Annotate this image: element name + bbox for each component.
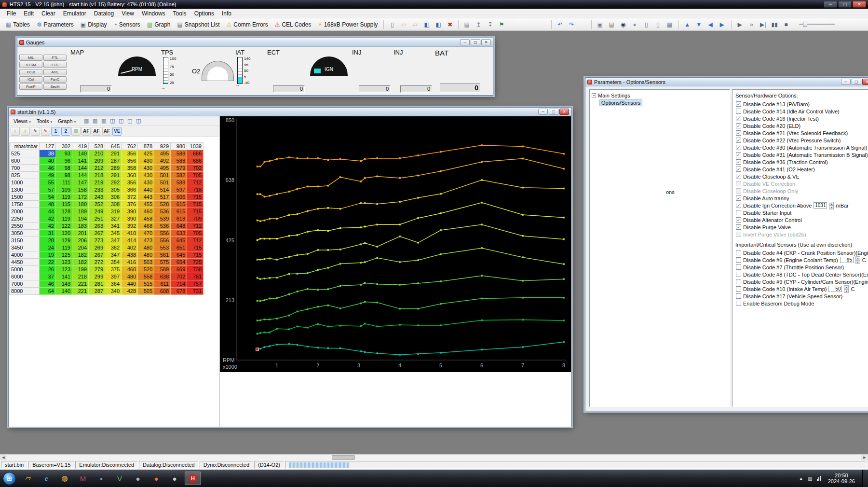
doc1-button[interactable]: ▯ [641,20,651,29]
fuel-cell[interactable]: 98 [56,165,72,172]
fuel-cell[interactable]: 273 [89,237,105,244]
row-header-1000[interactable]: 1000 [10,179,40,186]
fuel-cell[interactable]: 514 [154,186,171,194]
fuel-cell[interactable]: 678 [171,288,187,295]
fuel-cell[interactable]: 503 [138,259,154,266]
flag-mil[interactable]: MIL [19,55,42,61]
fast-forward-button[interactable]: » [746,20,757,29]
fuel-cell[interactable]: 299 [89,273,105,280]
column-header-762[interactable]: 762 [122,143,138,150]
fuel-cell[interactable]: 123 [56,259,72,266]
fuel-cell[interactable]: 558 [138,273,154,280]
fuel-cell[interactable]: 615 [171,208,187,215]
flag-fuelp[interactable]: FuelP [19,83,42,90]
gauges-maximize-button[interactable]: ▢ [471,39,480,45]
fuel-cell[interactable]: 143 [56,280,72,288]
fuel-cell[interactable]: 356 [122,157,138,165]
column-header-419[interactable]: 419 [72,143,89,150]
copy-button[interactable]: ▣ [595,20,605,29]
down-arrow-button[interactable]: ▼ [693,20,704,29]
fuel-cell[interactable]: 480 [138,251,154,259]
startbin-menu-graph[interactable]: Graph ▾ [55,117,79,125]
row-header-700[interactable]: 700 [10,165,40,172]
fuel-cell[interactable]: 347 [105,251,122,259]
network-icon[interactable] [817,476,821,481]
sensor-checkbox-4[interactable]: ✓ [736,123,741,128]
fuel-cell[interactable]: 128 [56,208,72,215]
save-all-button[interactable]: ◧ [433,20,444,29]
folder-button[interactable]: ▱ [410,20,420,29]
fuel-cell[interactable]: 37 [40,273,56,280]
fuel-cell[interactable]: 520 [138,266,154,273]
toolbar-slider[interactable] [799,24,835,25]
fuel-cell[interactable]: 715 [187,201,203,208]
row-header-3050[interactable]: 3050 [10,230,40,237]
sensor-checkbox-11[interactable]: ✓ [736,174,741,179]
menu-edit[interactable]: Edit [20,9,38,18]
fuel-cell[interactable]: 705 [187,230,203,237]
paste-button[interactable]: ▤ [606,20,617,29]
fuel-cell[interactable]: 119 [56,215,72,223]
fuel-cell[interactable]: 144 [72,172,89,179]
main-minimize-button[interactable]: ─ [824,1,837,8]
sensor-checkbox-17[interactable]: ✓ [736,217,741,223]
fuel-cell[interactable]: 505 [138,288,154,295]
menu-clear[interactable]: Clear [38,9,59,18]
flag-antl[interactable]: AntL [43,69,67,75]
parameters-maximize-button[interactable]: ▢ [852,79,861,85]
startbin-menu-views[interactable]: Views ▾ [11,117,34,125]
fuel-cell[interactable]: 57 [40,186,56,194]
sensor-checkbox-18[interactable]: ✓ [736,224,741,230]
fuel-cell[interactable]: 561 [154,251,171,259]
record-button[interactable]: ● [629,20,640,29]
fuel-cell[interactable]: 64 [40,288,56,295]
fuel-cell[interactable]: 705 [187,172,203,179]
fuel-cell[interactable]: 536 [154,223,171,230]
start-button[interactable]: ⊞ [3,472,16,485]
fuel-cell[interactable]: 473 [138,237,154,244]
menu-tools[interactable]: Tools [169,9,190,18]
startbin-view-icon-7[interactable]: ◫ [134,117,143,125]
fuel-cell[interactable]: 54 [40,194,56,201]
startbin-maximize-button[interactable]: ▢ [549,109,558,115]
fuel-cell[interactable]: 638 [154,273,171,280]
startbin-view-icon-4[interactable]: ◫ [108,117,117,125]
sensor-checkbox-10[interactable]: ✓ [736,167,741,172]
startbin-tool-7[interactable]: ▥ [71,127,81,136]
critical-spinner-6[interactable]: ▲▼ [844,285,849,293]
hidden-icons-arrow-icon[interactable]: ▲ [799,476,803,481]
row-header-1750[interactable]: 1750 [10,201,40,208]
menu-options[interactable]: Options [190,9,218,18]
sensor-checkbox-3[interactable]: ✓ [736,116,741,121]
fuel-cell[interactable]: 410 [122,230,138,237]
taskbar-browser[interactable]: ◍ [56,472,73,485]
critical-checkbox-6[interactable] [736,286,741,292]
fuel-cell[interactable]: 291 [105,172,122,179]
fuel-cell[interactable]: 470 [138,230,154,237]
fuel-cell[interactable]: 49 [40,172,56,179]
fuel-cell[interactable]: 218 [72,273,89,280]
taskbar-app-light[interactable]: ● [166,472,183,485]
fuel-cell[interactable]: 122 [56,223,72,230]
fuel-cell[interactable]: 31 [40,230,56,237]
row-header-7000[interactable]: 7000 [10,280,40,288]
menu-view[interactable]: View [118,9,138,18]
fuel-cell[interactable]: 392 [122,223,138,230]
fuel-cell[interactable]: 22 [40,259,56,266]
sensor-checkbox-5[interactable]: ✓ [736,130,741,136]
fuel-cell[interactable]: 606 [171,194,187,201]
menu-file[interactable]: File [3,9,20,18]
fuel-cell[interactable]: 125 [56,251,72,259]
fuel-cell[interactable]: 46 [40,280,56,288]
fuel-cell[interactable]: 364 [105,280,122,288]
critical-checkbox-4[interactable] [736,272,741,277]
fuel-cell[interactable]: 458 [138,215,154,223]
startbin-tool-9[interactable]: AF [92,127,101,136]
parameters-close-button[interactable]: ✕ [862,79,868,85]
undo-button[interactable]: ↶ [555,20,565,29]
toolbar-button-168xb-power-supply[interactable]: ⚡168xB Power Supply [315,20,380,29]
fuel-cell[interactable]: 645 [171,251,187,259]
row-header-8000[interactable]: 8000 [10,288,40,295]
fuel-cell[interactable]: 588 [171,157,187,165]
fuel-cell[interactable]: 172 [72,194,89,201]
